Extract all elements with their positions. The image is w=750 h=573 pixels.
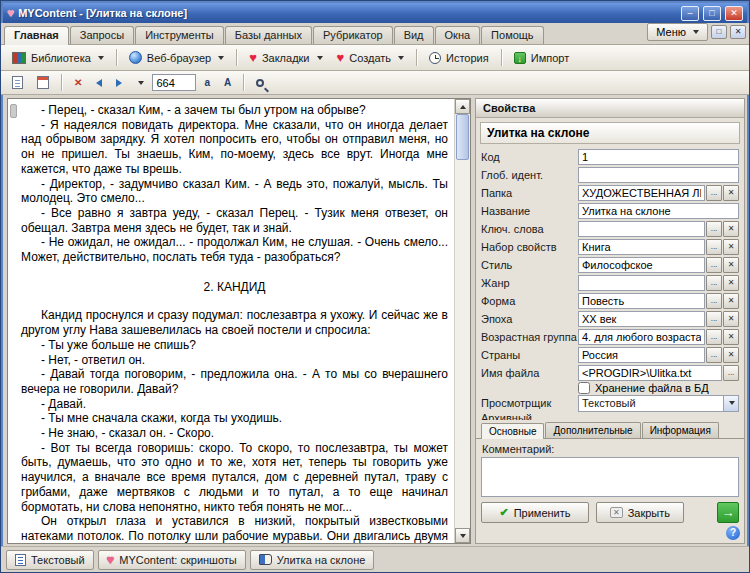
properties-tab[interactable]: Основные: [481, 423, 544, 439]
property-value-input[interactable]: [578, 329, 705, 345]
property-label: Форма: [481, 295, 578, 307]
position-dropdown-button[interactable]: [130, 78, 150, 88]
menu-tab[interactable]: Инструменты: [135, 26, 224, 44]
create-label: Создать: [349, 52, 391, 64]
history-button[interactable]: История: [423, 49, 495, 67]
menu-button[interactable]: Меню: [647, 23, 708, 41]
menu-tab[interactable]: Запросы: [70, 26, 134, 44]
clear-x-button[interactable]: ✕: [723, 239, 739, 255]
lookup-dots-button[interactable]: ...: [723, 365, 739, 381]
property-value-input[interactable]: [578, 221, 705, 237]
property-value-input[interactable]: [578, 311, 705, 327]
position-counter-input[interactable]: [152, 74, 196, 91]
back-button[interactable]: [90, 76, 108, 90]
property-value-input[interactable]: [578, 275, 705, 291]
mdi-close-button[interactable]: ✕: [730, 25, 746, 39]
apply-button[interactable]: ✔ Применить: [481, 502, 589, 523]
property-value-input[interactable]: [578, 167, 739, 183]
document-heading: 2. КАНДИД: [21, 280, 448, 295]
lookup-dots-button[interactable]: ...: [706, 239, 722, 255]
menu-tab[interactable]: Рубрикатор: [313, 26, 393, 44]
lookup-dots-button[interactable]: ...: [706, 257, 722, 273]
arrow-up-icon: [460, 105, 466, 109]
font-small-icon: a: [204, 77, 210, 88]
bookmarks-button[interactable]: Закладки: [243, 49, 328, 67]
search-button[interactable]: [250, 76, 274, 90]
page-view-button[interactable]: [6, 73, 29, 92]
scroll-down-button[interactable]: [455, 528, 470, 543]
clear-x-button[interactable]: ✕: [723, 293, 739, 309]
status-tab-label: Улитка на склоне: [277, 554, 366, 566]
layout-view-button[interactable]: [31, 73, 55, 92]
document-text[interactable]: - Перец, - сказал Ким, - а зачем ты был …: [8, 99, 454, 543]
title-bar[interactable]: ♥ MYContent - [Улитка на склоне] – □ ✕: [3, 3, 747, 23]
menu-tab[interactable]: Помощь: [481, 26, 544, 44]
scroll-up-button[interactable]: [455, 99, 470, 114]
property-value-input[interactable]: [578, 347, 705, 363]
lookup-dots-button[interactable]: ...: [706, 347, 722, 363]
close-properties-button[interactable]: ✕ Закрыть: [596, 502, 684, 523]
lookup-dots-button[interactable]: ...: [706, 293, 722, 309]
properties-tab[interactable]: Дополнительные: [545, 422, 640, 438]
clear-x-button[interactable]: ✕: [723, 311, 739, 327]
create-button[interactable]: Создать: [331, 49, 411, 67]
viewer-dropdown[interactable]: Текстовый: [578, 395, 739, 412]
property-value-input[interactable]: [578, 293, 705, 309]
clear-x-button[interactable]: ✕: [723, 257, 739, 273]
properties-buttons: ✔ Применить ✕ Закрыть →: [476, 497, 744, 526]
lookup-dots-button[interactable]: ...: [706, 311, 722, 327]
close-button[interactable]: ✕: [725, 6, 743, 21]
viewer-dropdown-button[interactable]: [723, 396, 738, 411]
property-row: Папка...✕: [481, 184, 739, 202]
chevron-down-icon: [398, 56, 404, 60]
lookup-dots-button[interactable]: ...: [706, 329, 722, 345]
menu-tab[interactable]: Окна: [435, 26, 481, 44]
chevron-down-icon: [138, 81, 144, 85]
status-tab[interactable]: Текстовый: [6, 550, 94, 570]
lookup-dots-button[interactable]: ...: [706, 275, 722, 291]
property-value-input[interactable]: [578, 365, 722, 381]
font-increase-button[interactable]: A: [218, 74, 237, 91]
properties-tab[interactable]: Информация: [642, 422, 719, 438]
forward-button[interactable]: [110, 76, 128, 90]
property-value-input[interactable]: [578, 185, 705, 201]
clear-x-button[interactable]: ✕: [723, 185, 739, 201]
menu-tab[interactable]: Базы данных: [225, 26, 312, 44]
help-icon[interactable]: ?: [726, 526, 740, 540]
store-in-db-checkbox[interactable]: [578, 382, 590, 394]
go-next-button[interactable]: →: [717, 502, 739, 523]
clear-x-button[interactable]: ✕: [723, 275, 739, 291]
web-browser-button[interactable]: Веб-браузер: [123, 48, 230, 67]
status-tab[interactable]: Улитка на склоне: [250, 550, 375, 570]
scrollbar-thumb[interactable]: [456, 114, 469, 160]
apply-button-label: Применить: [514, 507, 571, 519]
vertical-scrollbar[interactable]: [454, 99, 470, 543]
maximize-button[interactable]: □: [703, 6, 721, 21]
lookup-dots-button[interactable]: ...: [706, 185, 722, 201]
property-value-input[interactable]: [578, 239, 705, 255]
book-icon: [259, 554, 272, 565]
property-value-input[interactable]: [578, 203, 739, 219]
arrow-down-icon: [460, 534, 466, 538]
document-paragraph: - Давай тогда поговорим, - предложила он…: [21, 367, 448, 396]
remove-button[interactable]: ✕: [68, 74, 88, 91]
property-value-input[interactable]: [578, 149, 739, 165]
scrollbar-track[interactable]: [455, 114, 470, 528]
lookup-dots-button[interactable]: ...: [706, 221, 722, 237]
font-big-icon: A: [224, 77, 231, 88]
library-button[interactable]: Библиотека: [6, 49, 110, 67]
comment-textarea[interactable]: [481, 457, 739, 497]
menu-tab[interactable]: Главная: [4, 26, 69, 45]
import-button[interactable]: ↓ Импорт: [508, 49, 575, 67]
document-paragraph: - Вот ты всегда говоришь: скоро. То скор…: [21, 441, 448, 515]
mdi-restore-button[interactable]: □: [711, 25, 727, 39]
clear-x-button[interactable]: ✕: [723, 347, 739, 363]
clear-x-button[interactable]: ✕: [723, 329, 739, 345]
properties-fields: КодГлоб. идент.Папка...✕НазваниеКлюч. сл…: [476, 147, 744, 382]
menu-tab[interactable]: Вид: [394, 26, 434, 44]
minimize-button[interactable]: –: [681, 6, 699, 21]
clear-x-button[interactable]: ✕: [723, 221, 739, 237]
property-value-input[interactable]: [578, 257, 705, 273]
font-decrease-button[interactable]: a: [198, 74, 216, 91]
status-tab[interactable]: MYContent: скриншоты: [98, 550, 246, 570]
